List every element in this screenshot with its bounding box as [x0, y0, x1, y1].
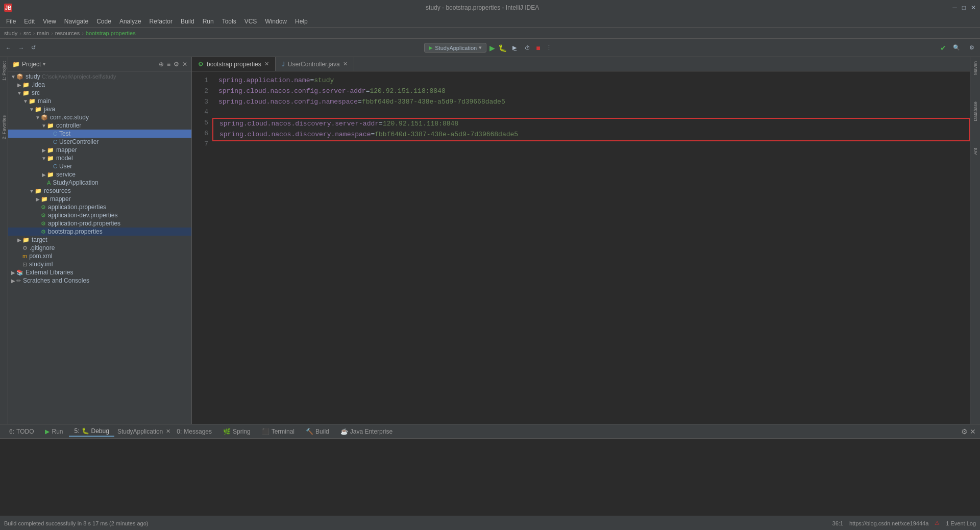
event-log-badge[interactable]: ⚠	[935, 520, 940, 526]
event-log-label[interactable]: 1 Event Log	[946, 520, 976, 526]
code-content[interactable]: spring.application.name=study spring.clo…	[212, 71, 970, 424]
sidebar-item-database[interactable]: Database	[972, 99, 979, 123]
tree-item-controller[interactable]: ▼ 📁 controller	[8, 121, 191, 130]
settings-panel-button[interactable]: ⚙	[174, 61, 179, 68]
panel-dropdown-icon[interactable]: ▾	[43, 61, 45, 67]
menu-vcs[interactable]: VCS	[240, 17, 261, 26]
title-bar: JB study - bootstrap.properties - Intell…	[0, 0, 980, 15]
tree-item-application-prod-properties[interactable]: ⚙ application-prod.properties	[8, 219, 191, 228]
tab-close-bootstrap[interactable]: ✕	[264, 61, 269, 67]
bottom-settings-button[interactable]: ⚙	[961, 427, 968, 436]
tree-item-Test[interactable]: C Test	[8, 130, 191, 138]
panel-actions: ⊕ ≡ ⚙ ✕	[159, 61, 187, 68]
tree-item-application-properties[interactable]: ⚙ application.properties	[8, 203, 191, 211]
tab-close-usercontroller[interactable]: ✕	[343, 61, 348, 67]
tab-todo[interactable]: 6: TODO	[4, 427, 39, 436]
window-controls[interactable]: ─ □ ✕	[952, 4, 976, 11]
breadcrumb-file[interactable]: bootstrap.properties	[86, 30, 136, 36]
tab-debug[interactable]: 5: 🐛 Debug	[69, 426, 114, 437]
profile-button[interactable]: ⏱	[522, 43, 533, 53]
tree-item-target[interactable]: ▶ 📁 target	[8, 236, 191, 244]
locate-file-button[interactable]: ⊕	[159, 61, 164, 68]
tab-spring[interactable]: 🌿 Spring	[218, 427, 256, 436]
sidebar-item-project[interactable]: 1: Project	[1, 59, 8, 83]
minimize-icon[interactable]: ─	[952, 4, 957, 11]
tree-item-idea[interactable]: ▶ 📁 .idea	[8, 81, 191, 89]
tab-run[interactable]: ▶ Run	[40, 427, 68, 436]
tab-usercontroller-java[interactable]: J UserController.java ✕	[276, 57, 354, 71]
tree-item-scratches[interactable]: ▶ ✏ Scratches and Consoles	[8, 276, 191, 285]
tree-item-service[interactable]: ▶ 📁 service	[8, 170, 191, 179]
menu-analyze[interactable]: Analyze	[115, 17, 145, 26]
menu-tools[interactable]: Tools	[218, 17, 240, 26]
tree-item-src[interactable]: ▼ 📁 src	[8, 89, 191, 97]
tree-item-pom-xml[interactable]: m pom.xml	[8, 252, 191, 260]
module-icon: 📦	[16, 73, 23, 80]
breadcrumb-main[interactable]: main	[37, 30, 49, 36]
tree-item-study-root[interactable]: ▼ 📦 study C:\sckj\work\project-self\stud…	[8, 72, 191, 81]
menu-help[interactable]: Help	[291, 17, 312, 26]
tree-item-com-xcc-study[interactable]: ▼ 📦 com.xcc.study	[8, 113, 191, 121]
settings-button[interactable]: ⚙	[967, 43, 977, 53]
bottom-panel-content	[0, 439, 980, 516]
status-url[interactable]: https://blog.csdn.net/xce19444a	[849, 520, 928, 526]
menu-file[interactable]: File	[2, 17, 20, 26]
close-icon[interactable]: ✕	[971, 4, 976, 11]
stop-button[interactable]: ■	[536, 44, 540, 52]
tree-item-UserController[interactable]: C UserController	[8, 138, 191, 146]
bottom-close-button[interactable]: ✕	[970, 427, 976, 436]
tree-item-model[interactable]: ▼ 📁 model	[8, 154, 191, 162]
menu-code[interactable]: Code	[92, 17, 115, 26]
tab-bootstrap-properties[interactable]: ⚙ bootstrap.properties ✕	[192, 57, 276, 71]
debug-button[interactable]: 🐛	[498, 44, 507, 52]
back-button[interactable]: ←	[3, 43, 14, 53]
debug-number-icon: 5:	[74, 427, 79, 435]
sidebar-item-favorites[interactable]: 2: Favorites	[1, 113, 8, 141]
tree-item-external-libraries[interactable]: ▶ 📚 External Libraries	[8, 268, 191, 276]
sidebar-item-maven[interactable]: Maven	[972, 59, 979, 77]
menu-navigate[interactable]: Navigate	[60, 17, 92, 26]
menu-refactor[interactable]: Refactor	[145, 17, 177, 26]
debug-session-name[interactable]: StudyApplication	[117, 428, 163, 435]
tab-usercontroller-label: UserController.java	[288, 61, 340, 68]
tree-item-StudyApplication[interactable]: A StudyApplication	[8, 179, 191, 187]
more-button[interactable]: ⋮	[544, 43, 554, 53]
refresh-button[interactable]: ↺	[29, 43, 38, 53]
forward-button[interactable]: →	[16, 43, 27, 53]
menu-edit[interactable]: Edit	[20, 17, 39, 26]
tree-item-application-dev-properties[interactable]: ⚙ application-dev.properties	[8, 211, 191, 219]
collapse-all-button[interactable]: ≡	[167, 61, 170, 68]
coverage-button[interactable]: ▶̲	[510, 43, 519, 53]
tree-item-mapper[interactable]: ▶ 📁 mapper	[8, 146, 191, 154]
close-panel-button[interactable]: ✕	[182, 61, 187, 68]
line-num-4: 4	[198, 107, 208, 118]
search-everywhere-button[interactable]: 🔍	[950, 43, 963, 53]
tree-item-mapper-res[interactable]: ▶ 📁 mapper	[8, 195, 191, 203]
bottom-panel: 6: TODO ▶ Run 5: 🐛 Debug StudyApplicatio…	[0, 424, 980, 516]
breadcrumb-resources[interactable]: resources	[55, 30, 80, 36]
breadcrumb-study[interactable]: study	[4, 30, 17, 36]
tree-item-java[interactable]: ▼ 📁 java	[8, 105, 191, 113]
tree-item-gitignore[interactable]: ⚙ .gitignore	[8, 244, 191, 252]
sidebar-item-ant[interactable]: Ant	[972, 146, 979, 157]
tree-item-bootstrap-properties[interactable]: ⚙ bootstrap.properties	[8, 228, 191, 236]
tab-java-enterprise[interactable]: ☕ Java Enterprise	[335, 427, 398, 436]
tab-properties-icon: ⚙	[198, 61, 204, 68]
debug-tab-close[interactable]: ✕	[166, 428, 170, 435]
tab-messages[interactable]: 0: Messages	[172, 427, 217, 436]
menu-window[interactable]: Window	[261, 17, 291, 26]
menu-build[interactable]: Build	[177, 17, 199, 26]
breadcrumb-src[interactable]: src	[23, 30, 31, 36]
menu-run[interactable]: Run	[199, 17, 218, 26]
run-configuration[interactable]: ▶ StudyApplication ▾	[424, 43, 486, 53]
tree-item-resources[interactable]: ▼ 📁 resources	[8, 187, 191, 195]
tab-terminal[interactable]: ⬛ Terminal	[257, 427, 300, 436]
menu-view[interactable]: View	[39, 17, 60, 26]
tree-item-User[interactable]: C User	[8, 162, 191, 170]
tree-item-main[interactable]: ▼ 📁 main	[8, 97, 191, 105]
run-button[interactable]: ▶	[489, 44, 495, 52]
tab-build[interactable]: 🔨 Build	[301, 427, 334, 436]
maximize-icon[interactable]: □	[962, 4, 966, 11]
tree-item-study-iml[interactable]: ⊡ study.iml	[8, 260, 191, 268]
code-editor[interactable]: 1 2 3 4 5 6 7 spring.application.name=st…	[192, 71, 970, 424]
